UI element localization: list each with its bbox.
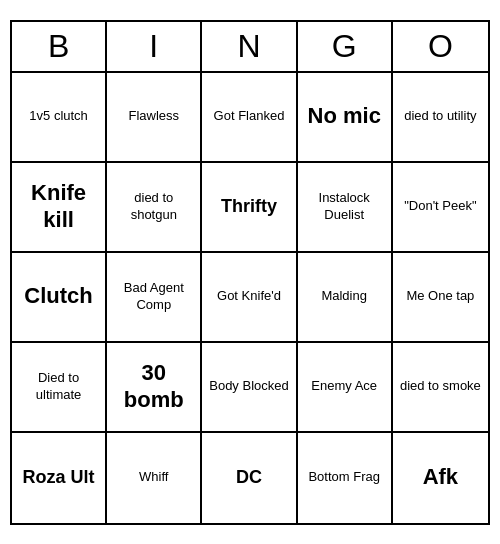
cell-text: Bottom Frag [308,469,380,486]
cell-text: Malding [321,288,367,305]
cell-text: died to smoke [400,378,481,395]
bingo-cell[interactable]: Whiff [107,433,202,523]
bingo-cell[interactable]: Died to ultimate [12,343,107,433]
bingo-cell[interactable]: Bad Agent Comp [107,253,202,343]
header-letter: N [202,22,297,71]
bingo-cell[interactable]: Roza Ult [12,433,107,523]
cell-text: Afk [423,464,458,490]
bingo-cell[interactable]: DC [202,433,297,523]
cell-text: Knife kill [16,180,101,233]
cell-text: DC [236,466,262,489]
bingo-cell[interactable]: Got Knife'd [202,253,297,343]
bingo-cell[interactable]: Knife kill [12,163,107,253]
cell-text: 30 bomb [111,360,196,413]
cell-text: Thrifty [221,195,277,218]
bingo-cell[interactable]: died to shotgun [107,163,202,253]
bingo-cell[interactable]: Me One tap [393,253,488,343]
cell-text: died to shotgun [111,190,196,224]
bingo-cell[interactable]: Body Blocked [202,343,297,433]
cell-text: Instalock Duelist [302,190,387,224]
bingo-cell[interactable]: 30 bomb [107,343,202,433]
cell-text: Got Flanked [214,108,285,125]
bingo-cell[interactable]: "Don't Peek" [393,163,488,253]
cell-text: Body Blocked [209,378,289,395]
bingo-cell[interactable]: Got Flanked [202,73,297,163]
header-letter: O [393,22,488,71]
cell-text: Flawless [129,108,180,125]
cell-text: Enemy Ace [311,378,377,395]
cell-text: Got Knife'd [217,288,281,305]
bingo-cell[interactable]: No mic [298,73,393,163]
cell-text: No mic [308,103,381,129]
cell-text: Died to ultimate [16,370,101,404]
bingo-cell[interactable]: Instalock Duelist [298,163,393,253]
cell-text: Me One tap [406,288,474,305]
cell-text: Roza Ult [23,466,95,489]
bingo-cell[interactable]: Clutch [12,253,107,343]
bingo-cell[interactable]: Afk [393,433,488,523]
cell-text: Whiff [139,469,168,486]
bingo-card: BINGO 1v5 clutchFlawlessGot FlankedNo mi… [10,20,490,525]
cell-text: 1v5 clutch [29,108,88,125]
cell-text: Clutch [24,283,92,309]
bingo-grid: 1v5 clutchFlawlessGot FlankedNo micdied … [12,73,488,523]
bingo-cell[interactable]: Enemy Ace [298,343,393,433]
bingo-header: BINGO [12,22,488,73]
header-letter: G [298,22,393,71]
header-letter: I [107,22,202,71]
bingo-cell[interactable]: Malding [298,253,393,343]
bingo-cell[interactable]: died to utility [393,73,488,163]
cell-text: "Don't Peek" [404,198,476,215]
bingo-cell[interactable]: Flawless [107,73,202,163]
bingo-cell[interactable]: 1v5 clutch [12,73,107,163]
bingo-cell[interactable]: died to smoke [393,343,488,433]
cell-text: Bad Agent Comp [111,280,196,314]
cell-text: died to utility [404,108,476,125]
header-letter: B [12,22,107,71]
bingo-cell[interactable]: Bottom Frag [298,433,393,523]
bingo-cell[interactable]: Thrifty [202,163,297,253]
